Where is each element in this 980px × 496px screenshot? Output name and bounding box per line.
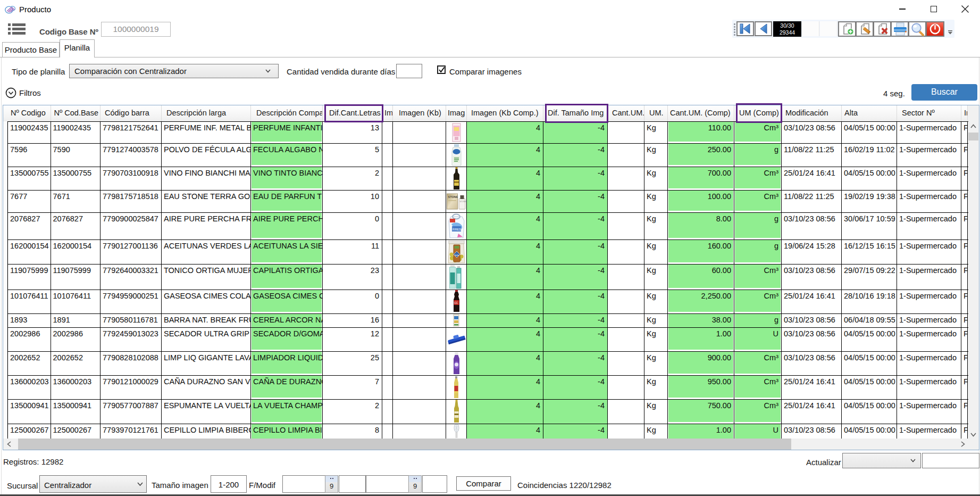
svg-text:Valle: Valle	[455, 254, 459, 257]
svg-text:STONE: STONE	[448, 195, 458, 199]
svg-text:FRESH: FRESH	[453, 228, 463, 231]
svg-text:STONE: STONE	[459, 201, 466, 203]
svg-text:CC: CC	[454, 301, 458, 304]
